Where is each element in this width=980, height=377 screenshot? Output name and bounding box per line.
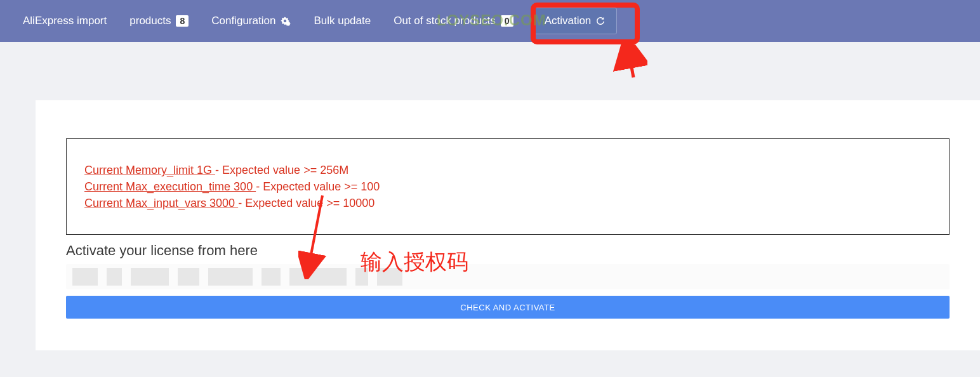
license-key-input[interactable] — [66, 264, 950, 289]
alert-rest: - Expected value >= 100 — [256, 180, 380, 193]
nav-label: Out of stock products — [394, 15, 496, 27]
nav-label: Configuration — [211, 15, 275, 27]
nav-aliexpress-import[interactable]: AliExpress import — [11, 0, 118, 42]
alert-memory-limit: Current Memory_limit 1G - Expected value… — [84, 162, 936, 178]
check-and-activate-button[interactable]: CHECK AND ACTIVATE — [66, 296, 950, 319]
activation-panel: Current Memory_limit 1G - Expected value… — [36, 100, 980, 350]
alert-max-input-vars: Current Max_input_vars 3000 - Expected v… — [84, 195, 936, 211]
alert-max-execution: Current Max_execution_time 300 - Expecte… — [84, 178, 936, 195]
annotation-arrow-activation — [609, 44, 647, 83]
nav-activation[interactable]: Activation — [534, 8, 618, 34]
nav-products[interactable]: products 8 — [118, 0, 200, 42]
nav-label: AliExpress import — [23, 15, 107, 27]
svg-line-1 — [628, 50, 633, 77]
nav-out-of-stock[interactable]: Out of stock products 0 — [382, 0, 524, 42]
redacted-license-value — [66, 264, 950, 289]
nav-configuration[interactable]: Configuration — [200, 0, 302, 42]
refresh-icon — [595, 15, 606, 27]
license-section-title: Activate your license from here — [66, 242, 950, 259]
nav-label: products — [129, 15, 171, 27]
alert-rest: - Expected value >= 256M — [215, 164, 348, 176]
nav-label: Bulk update — [314, 15, 371, 27]
gears-icon — [279, 16, 291, 26]
alert-link[interactable]: Current Max_execution_time 300 — [84, 180, 256, 193]
system-requirements-alert: Current Memory_limit 1G - Expected value… — [66, 138, 950, 235]
top-navbar: AliExpress import products 8 Configurati… — [0, 0, 980, 42]
nav-label: Activation — [545, 15, 592, 27]
products-count-badge: 8 — [176, 15, 189, 27]
alert-link[interactable]: Current Max_input_vars 3000 — [84, 197, 238, 209]
alert-rest: - Expected value >= 10000 — [238, 197, 374, 209]
alert-link[interactable]: Current Memory_limit 1G — [84, 164, 215, 176]
out-of-stock-count-badge: 0 — [501, 15, 513, 27]
nav-bulk-update[interactable]: Bulk update — [302, 0, 382, 42]
